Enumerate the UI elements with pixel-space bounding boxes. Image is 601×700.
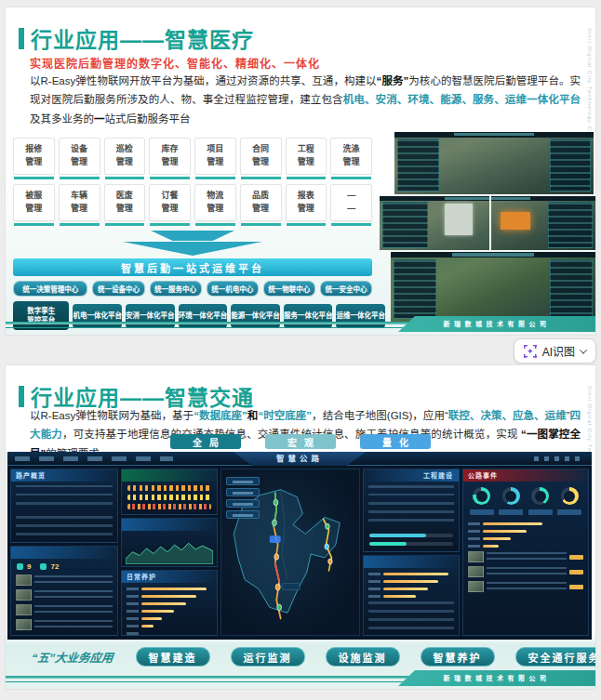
company-ribbon: 新瑞数城技术有限公司 — [398, 316, 595, 332]
view-tab: 全局 — [170, 434, 241, 449]
view-tab: 宏观 — [265, 434, 336, 449]
slide1-subtitle: 实现医院后勤管理的数字化、智能化、精细化、一体化 — [30, 55, 320, 71]
panel-traffic-analysis — [121, 469, 218, 515]
module-cell: 品质 管理 — [240, 184, 282, 221]
chevron-down-icon[interactable] — [580, 346, 587, 353]
module-cell: 物流 管理 — [194, 184, 236, 221]
center-pill: 统一设备中心 — [92, 281, 144, 297]
center-pill: 统一决策管理中心 — [13, 281, 87, 297]
view-tab: 量化 — [360, 434, 431, 449]
stat-badge: 72 — [40, 562, 59, 571]
hospital-dashboard-screenshot-2 — [380, 196, 595, 250]
panel-daily-maintenance: 日常养护 — [121, 570, 218, 636]
panel-flow-chart — [121, 518, 218, 567]
module-cell: 洗涤 管理 — [330, 138, 372, 175]
map-layer-button — [226, 488, 260, 496]
area-chart — [126, 533, 213, 564]
module-cell: 报修 管理 — [13, 138, 55, 175]
footer-line-thin — [6, 327, 441, 329]
funnel-arrow-icon — [123, 242, 262, 256]
center-pill: 统一物联中心 — [263, 281, 315, 297]
gis-map — [220, 469, 360, 636]
panel-construction-list — [363, 555, 460, 636]
dashboard-header: 智慧公路 — [7, 452, 592, 466]
center-pill: 统一机电中心 — [207, 281, 259, 297]
module-cell: 巡检 管理 — [104, 138, 146, 175]
module-cell: 合同 管理 — [240, 138, 282, 175]
biz-button: 智慧建造 — [136, 647, 210, 667]
footer-line-thin — [6, 681, 441, 683]
module-grid-row2: 被服 管理车辆 管理医废 管理订餐 管理物流 管理品质 管理报表 管理— — — [13, 184, 372, 221]
module-cell: 车辆 管理 — [59, 184, 100, 221]
module-cell: 报表 管理 — [286, 184, 327, 221]
document-viewer: { "ui": { "ai_button": { "label": "AI识图"… — [0, 0, 601, 700]
map-layer-button — [226, 510, 260, 519]
map-layer-button — [226, 499, 260, 508]
business-applications-row: “五”大业务应用 智慧建造运行监测设施监测智慧养护安全通行服务 — [6, 647, 595, 667]
map-layer-button — [226, 477, 260, 485]
highway-dashboard-screenshot: 智慧公路 路产概览 9 72 — [7, 452, 592, 640]
module-cell: 订餐 管理 — [149, 184, 191, 221]
company-ribbon: 新瑞数城技术有限公司 — [398, 670, 595, 686]
biz-buttons: 智慧建造运行监测设施监测智慧养护安全通行服务 — [136, 647, 595, 667]
module-cell: 库存 管理 — [149, 138, 191, 175]
ai-button-label: AI识图 — [542, 343, 575, 359]
dashboard-menu-decor — [15, 456, 173, 461]
ai-sparkle-icon: ✦ — [524, 345, 537, 358]
panel-construction: 工程建设 — [363, 469, 460, 552]
biz-button: 智慧养护 — [421, 647, 495, 667]
center-pill: 统一服务中心 — [150, 281, 202, 297]
unified-centers-row: 统一决策管理中心统一设备中心统一服务中心统一机电中心统一物联中心统一安全中心 — [13, 281, 372, 297]
module-cell: — — — [330, 184, 372, 221]
panel-road-overview: 路产概览 — [10, 469, 118, 543]
panel-highway-events: 公路事件 — [462, 469, 589, 636]
slide1-title: 行业应用——智慧医疗 — [19, 22, 254, 54]
panel-event-list-left: 9 72 — [10, 546, 118, 636]
module-cell: 项目 管理 — [194, 138, 236, 175]
slide-healthcare[interactable]: 行业应用——智慧医疗 Sinri Digital City Technology… — [6, 7, 595, 335]
module-cell: 设备 管理 — [59, 138, 100, 175]
title-accent-bar — [19, 386, 24, 407]
event-gauges — [463, 482, 588, 507]
biz-button: 安全通行服务 — [515, 647, 595, 667]
slide1-title-text: 行业应用——智慧医疗 — [31, 22, 254, 54]
hospital-dashboard-screenshot-1 — [394, 132, 594, 194]
slide2-footer: 新瑞数城技术有限公司 — [6, 667, 595, 689]
view-tabs: 全局宏观量化 — [170, 434, 431, 449]
slide1-footer: 新瑞数城技术有限公司 — [6, 312, 595, 335]
slide-transportation[interactable]: 行业应用——智慧交通 Sinri Digital City Technology… — [6, 365, 595, 689]
slide1-body-paragraph: 以R-Easy弹性物联网开放平台为基础，通过对资源的共享、互通，构建以“服务”为… — [30, 72, 581, 128]
center-pill: 统一安全中心 — [320, 281, 372, 297]
footer-line — [6, 676, 448, 679]
module-cell: 被服 管理 — [13, 184, 55, 221]
stat-badge: 9 — [17, 562, 31, 571]
footer-line — [6, 322, 448, 324]
funnel-shape-top — [151, 231, 234, 241]
platform-banner: 智慧后勤一站式运维平台 — [13, 258, 372, 276]
biz-button: 运行监测 — [231, 647, 305, 667]
module-grid-row1: 报修 管理设备 管理巡检 管理库存 管理项目 管理合同 管理工程 管理洗涤 管理 — [13, 138, 372, 175]
title-accent-bar — [19, 28, 24, 49]
module-cell: 工程 管理 — [286, 138, 327, 175]
module-cell: 医废 管理 — [104, 184, 146, 221]
ai-recognize-button[interactable]: ✦ AI识图 — [514, 338, 596, 363]
biz-label: “五”大业务应用 — [31, 648, 114, 666]
hospital-dashboard-screenshot-3 — [391, 252, 595, 322]
dashboard-icons-decor — [534, 456, 584, 461]
dashboard-title: 智慧公路 — [234, 452, 366, 466]
biz-button: 设施监测 — [326, 647, 400, 667]
